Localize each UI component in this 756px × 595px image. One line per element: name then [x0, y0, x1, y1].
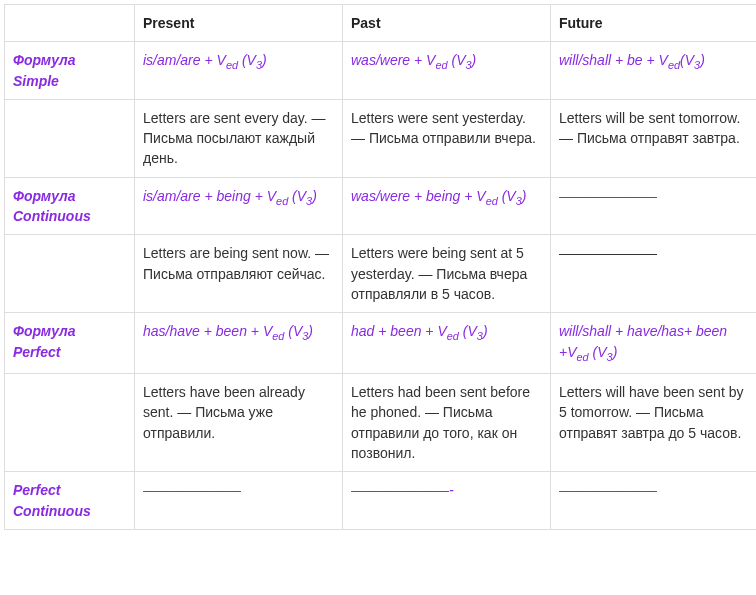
perfect-future-example: Letters will have been sent by 5 tomorro… [551, 374, 757, 472]
perfect-past-example: Letters had been sent before he phoned. … [343, 374, 551, 472]
simple-future-formula: will/shall + be + Ved(V3) [551, 42, 757, 100]
formula-part: is/am/are + V [143, 52, 226, 68]
continuous-present-formula: is/am/are + being + Ved (V3) [135, 177, 343, 235]
label-text: Simple [13, 73, 59, 89]
perfect-continuous-past: ———————- [343, 472, 551, 530]
perfect-future-formula: will/shall + have/has+ been +Ved (V3) [551, 313, 757, 374]
formula-part: will/shall + be + V [559, 52, 668, 68]
label-text: Формула [13, 323, 76, 339]
perfect-present-example: Letters have been already sent. — Письма… [135, 374, 343, 472]
formula-part: is/am/are + being + V [143, 188, 276, 204]
label-text: Формула [13, 52, 76, 68]
perfect-formula-row: Формула Perfect has/have + been + Ved (V… [5, 313, 757, 374]
formula-part: ) [308, 323, 313, 339]
empty-cell [5, 99, 135, 177]
formula-part: ) [312, 188, 317, 204]
formula-part: (V [459, 323, 477, 339]
empty-cell [5, 374, 135, 472]
simple-label: Формула Simple [5, 42, 135, 100]
formula-part: ) [262, 52, 267, 68]
formula-part: had + been + V [351, 323, 447, 339]
formula-part: (V [680, 52, 694, 68]
formula-sub: ed [447, 330, 459, 342]
formula-part: has/have + been + V [143, 323, 272, 339]
formula-sub: ed [272, 330, 284, 342]
formula-part: (V [288, 188, 306, 204]
header-past: Past [343, 5, 551, 42]
perfect-example-row: Letters have been already sent. — Письма… [5, 374, 757, 472]
continuous-past-formula: was/were + being + Ved (V3) [343, 177, 551, 235]
perfect-continuous-future: ——————— [551, 472, 757, 530]
formula-sub: ed [226, 59, 238, 71]
continuous-present-example: Letters are being sent now. — Письма отп… [135, 235, 343, 313]
continuous-future-formula: ——————— [551, 177, 757, 235]
empty-cell [5, 235, 135, 313]
perfect-continuous-row: Perfect Continuous ——————— ———————- ————… [5, 472, 757, 530]
simple-past-example: Letters were sent yesterday. — Письма от… [343, 99, 551, 177]
formula-part: (V [498, 188, 516, 204]
formula-part: was/were + being + V [351, 188, 486, 204]
continuous-example-row: Letters are being sent now. — Письма отп… [5, 235, 757, 313]
formula-part: ) [472, 52, 477, 68]
formula-part: ) [613, 344, 618, 360]
perfect-past-formula: had + been + Ved (V3) [343, 313, 551, 374]
label-text: Формула [13, 188, 76, 204]
simple-past-formula: was/were + Ved (V3) [343, 42, 551, 100]
formula-part: (V [284, 323, 302, 339]
simple-present-formula: is/am/are + Ved (V3) [135, 42, 343, 100]
continuous-formula-row: Формула Continuous is/am/are + being + V… [5, 177, 757, 235]
simple-future-example: Letters will be sent tomorrow. — Письма … [551, 99, 757, 177]
label-text: Continuous [13, 208, 91, 224]
simple-example-row: Letters are sent every day. — Письма пос… [5, 99, 757, 177]
formula-part: was/were + V [351, 52, 435, 68]
header-present: Present [135, 5, 343, 42]
formula-part: ) [483, 323, 488, 339]
formula-sub: ed [577, 350, 589, 362]
formula-part: ) [522, 188, 527, 204]
header-future: Future [551, 5, 757, 42]
formula-sub: ed [276, 195, 288, 207]
formula-sub: ed [435, 59, 447, 71]
formula-part: (V [589, 344, 607, 360]
continuous-label: Формула Continuous [5, 177, 135, 235]
header-blank [5, 5, 135, 42]
formula-part: ) [700, 52, 705, 68]
perfect-present-formula: has/have + been + Ved (V3) [135, 313, 343, 374]
formula-sub: ed [668, 59, 680, 71]
label-text: Continuous [13, 503, 91, 519]
label-text: Perfect [13, 344, 60, 360]
continuous-future-example: ——————— [551, 235, 757, 313]
simple-present-example: Letters are sent every day. — Письма пос… [135, 99, 343, 177]
simple-formula-row: Формула Simple is/am/are + Ved (V3) was/… [5, 42, 757, 100]
label-text: Perfect [13, 482, 60, 498]
header-row: Present Past Future [5, 5, 757, 42]
formula-part: (V [448, 52, 466, 68]
perfect-label: Формула Perfect [5, 313, 135, 374]
formula-sub: ed [486, 195, 498, 207]
passive-voice-table: Present Past Future Формула Simple is/am… [4, 4, 756, 530]
formula-part: (V [238, 52, 256, 68]
perfect-continuous-present: ——————— [135, 472, 343, 530]
continuous-past-example: Letters were being sent at 5 yesterday. … [343, 235, 551, 313]
perfect-continuous-label: Perfect Continuous [5, 472, 135, 530]
